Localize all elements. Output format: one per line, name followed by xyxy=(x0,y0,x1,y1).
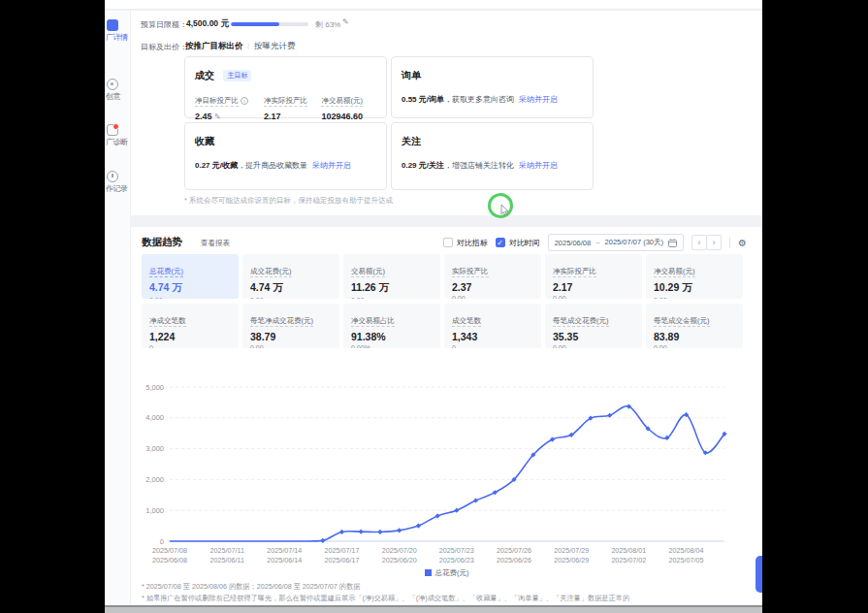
history-icon xyxy=(107,171,118,182)
legend-label: 总花费(元) xyxy=(435,568,469,577)
click-indicator-ring xyxy=(488,193,513,218)
metric-tile-r2-c2[interactable]: 每笔净成交花费(元)38.790.00 xyxy=(242,304,339,348)
tile-label: 净交易额占比 xyxy=(351,316,395,327)
svg-text:2025/06/14: 2025/06/14 xyxy=(267,556,302,565)
card-title: 成交 xyxy=(195,69,214,82)
adopt-enable-link[interactable]: 采纳并开启 xyxy=(519,161,558,170)
tile-label: 总花费(元) xyxy=(149,267,183,277)
svg-text:2025/06/20: 2025/06/20 xyxy=(382,556,417,565)
tile-compare-value: 0.00 xyxy=(654,297,735,299)
goal-card-follow: 关注 0.29 元/关注，增强店铺关注转化采纳并开启 xyxy=(391,122,594,190)
tile-value: 1,343 xyxy=(452,331,533,342)
adopt-enable-link[interactable]: 采纳并开启 xyxy=(312,161,351,170)
tab-bid-by-goal[interactable]: 按推广目标出价 xyxy=(185,41,243,52)
svg-text:5,000: 5,000 xyxy=(145,383,164,392)
tile-label: 每笔成交花费(元) xyxy=(553,316,609,327)
svg-text:2025/08/04: 2025/08/04 xyxy=(669,546,704,555)
budget-label: 预算日限额： xyxy=(141,19,187,30)
svg-text:2025/07/26: 2025/07/26 xyxy=(497,546,531,555)
metric-value: 2.45 ✎ xyxy=(195,112,250,121)
goal-card-deal: 成交 主目标 净目标投产比i 2.45 ✎ 净实际投产比 2.17 净交易额(元… xyxy=(184,56,387,118)
metric-tile-r1-c1[interactable]: 总花费(元)4.74 万0.00 xyxy=(142,254,239,299)
metric-tile-r1-c2[interactable]: 成交花费(元)4.74 万0.00 xyxy=(242,254,339,299)
next-period-button[interactable]: › xyxy=(706,235,722,250)
legend-swatch xyxy=(425,569,432,576)
sidebar-item-label: 广诊断 xyxy=(106,138,131,146)
footnote-2: * 如果推广在暂停或删除前已经获得了曝光，那么在暂停或重建后展示「(净)交易额」… xyxy=(142,594,629,603)
svg-text:4,000: 4,000 xyxy=(145,413,164,422)
edit-roi-icon[interactable]: ✎ xyxy=(214,113,221,121)
sidebar-item-label: 创意 xyxy=(106,92,131,101)
top-strip xyxy=(105,0,762,10)
goal-cards: 成交 主目标 净目标投产比i 2.45 ✎ 净实际投产比 2.17 净交易额(元… xyxy=(184,56,594,190)
date-pager: ‹ › xyxy=(691,235,722,250)
svg-text:2025/07/14: 2025/07/14 xyxy=(267,546,302,555)
prev-period-button[interactable]: ‹ xyxy=(691,235,707,250)
metric-tile-r1-c6[interactable]: 净交易额(元)10.29 万0.00 xyxy=(646,254,743,299)
card-desc: 0.27 元/收藏，提升商品收藏数量采纳并开启 xyxy=(195,160,376,171)
checkbox-checked-icon: ✓ xyxy=(496,238,505,247)
floating-widget-pill[interactable] xyxy=(755,556,762,593)
metric-tile-r1-c5[interactable]: 净实际投产比2.170.00 xyxy=(545,254,642,299)
tile-compare-value: 0.00 xyxy=(553,344,634,348)
card-desc: 0.55 元/询单，获取更多意向咨询采纳并开启 xyxy=(402,94,583,105)
sidebar-item-promo-detail[interactable]: 广详情 xyxy=(105,19,131,42)
metric-tile-r2-c4[interactable]: 成交笔数1,3430 xyxy=(444,304,541,348)
data-trend-panel: 数据趋势 查看报表 对比指标 ✓ 对比时间 2025/06/08 ~ 2025/… xyxy=(131,227,762,605)
sidebar-item-history[interactable]: 作记录 xyxy=(105,171,131,193)
svg-text:2025/07/23: 2025/07/23 xyxy=(439,546,474,555)
metric-tile-r1-c4[interactable]: 实际投产比2.370.00 xyxy=(444,254,541,299)
promo-detail-icon xyxy=(107,19,118,31)
sidebar: 广详情 创意 广诊断 作记录 xyxy=(105,11,131,605)
line-chart-svg: 01,0002,0003,0004,0005,0002025/07/082025… xyxy=(131,361,756,568)
tile-label: 成交花费(元) xyxy=(250,267,292,277)
sidebar-item-creative[interactable]: 创意 xyxy=(105,79,131,101)
notification-dot xyxy=(113,123,119,130)
gear-icon[interactable]: ⚙ xyxy=(738,238,747,248)
svg-text:2025/06/26: 2025/06/26 xyxy=(497,556,531,565)
tile-label: 净成交笔数 xyxy=(149,316,186,327)
info-icon[interactable]: i xyxy=(241,97,248,105)
svg-text:2025/06/29: 2025/06/29 xyxy=(554,556,589,565)
date-range-input[interactable]: 2025/06/08 ~ 2025/07/07 (30天) xyxy=(548,234,684,251)
diagnosis-icon xyxy=(107,124,118,136)
metric-tile-r2-c3[interactable]: 净交易额占比91.38%0.00% xyxy=(343,304,440,348)
svg-text:2025/08/01: 2025/08/01 xyxy=(611,546,646,555)
card-title: 关注 xyxy=(402,135,421,148)
compare-metric-checkbox[interactable]: 对比指标 xyxy=(443,238,488,248)
sidebar-item-label: 广详情 xyxy=(106,33,131,42)
tile-value: 4.74 万 xyxy=(149,281,231,295)
tile-compare-value: 0.00 xyxy=(250,344,332,348)
metric-label: 净实际投产比 xyxy=(264,96,307,107)
date-start: 2025/06/08 xyxy=(555,239,592,247)
tab-bid-by-exposure[interactable]: 按曝光计费 xyxy=(254,41,296,52)
tile-compare-value: 0.00 xyxy=(654,344,735,348)
adopt-enable-link[interactable]: 采纳并开启 xyxy=(519,95,558,104)
goal-note: * 系统会尽可能达成你设置的目标，保持稳定投放有助于提升达成 xyxy=(184,196,393,206)
tile-compare-value: 0.00 xyxy=(250,297,332,299)
tile-compare-value: 0.00 xyxy=(553,295,634,299)
card-title: 询单 xyxy=(402,69,421,82)
goal-card-favorite: 收藏 0.27 元/收藏，提升商品收藏数量采纳并开启 xyxy=(184,122,387,190)
svg-text:1,000: 1,000 xyxy=(145,506,164,515)
card-desc: 0.29 元/关注，增强店铺关注转化采纳并开启 xyxy=(402,160,583,171)
tile-value: 2.37 xyxy=(452,281,533,293)
budget-amount: 4,500.00 元 xyxy=(186,18,229,30)
metric-tile-r2-c5[interactable]: 每笔成交花费(元)35.350.00 xyxy=(545,304,642,348)
tile-label: 成交笔数 xyxy=(452,316,481,327)
tile-label: 净实际投产比 xyxy=(553,267,596,277)
calendar-icon xyxy=(668,239,677,247)
trend-title: 数据趋势 xyxy=(142,236,182,249)
metric-tile-r2-c6[interactable]: 每笔成交金额(元)83.890.00 xyxy=(646,304,743,348)
tab-divider: | xyxy=(247,41,249,49)
edit-budget-icon[interactable]: ✎ xyxy=(342,17,349,26)
metric-tile-r2-c1[interactable]: 净成交笔数1,2240 xyxy=(142,304,239,348)
compare-time-checkbox[interactable]: ✓ 对比时间 xyxy=(496,238,540,248)
sidebar-item-diagnosis[interactable]: 广诊断 xyxy=(105,124,131,146)
view-report-link[interactable]: 查看报表 xyxy=(201,239,230,248)
goal-bid-label: 目标及出价： xyxy=(141,42,187,52)
metric-tile-r1-c3[interactable]: 交易额(元)11.26 万0.00 xyxy=(343,254,440,299)
date-end: 2025/07/07 (30天) xyxy=(605,238,663,247)
primary-goal-badge: 主目标 xyxy=(223,70,251,81)
svg-text:2025/07/20: 2025/07/20 xyxy=(382,546,417,555)
